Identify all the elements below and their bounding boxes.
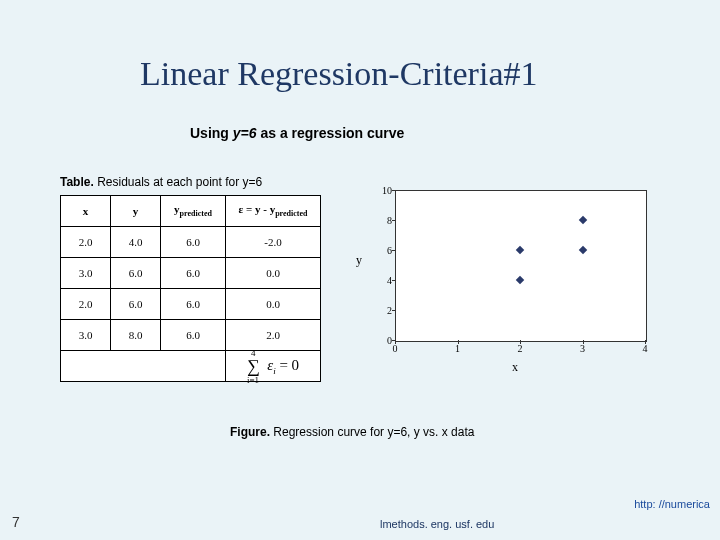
cell-ypred: 6.0 — [161, 289, 226, 320]
col-ypred: ypredicted — [161, 196, 226, 227]
cell-x: 2.0 — [61, 289, 111, 320]
cell-resid: 0.0 — [226, 289, 321, 320]
x-tick-label: 3 — [573, 343, 593, 354]
x-tick-mark — [645, 340, 646, 344]
y-tick-label: 2 — [370, 305, 392, 316]
table-caption: Table. Residuals at each point for y=6 — [60, 175, 262, 189]
slide: Linear Regression-Criteria#1 Using y=6 a… — [0, 0, 720, 540]
cell-resid: 2.0 — [226, 320, 321, 351]
x-tick-mark — [458, 340, 459, 344]
x-tick-label: 1 — [448, 343, 468, 354]
table-caption-text: Residuals at each point for y=6 — [94, 175, 262, 189]
figure-caption-text: Regression curve for y=6, y vs. x data — [270, 425, 474, 439]
cell-y: 4.0 — [111, 227, 161, 258]
y-tick-mark — [392, 310, 396, 311]
residuals-table: x y ypredicted ε = y - ypredicted 2.0 4.… — [60, 195, 321, 382]
cell-x: 3.0 — [61, 320, 111, 351]
cell-resid: -2.0 — [226, 227, 321, 258]
figure-caption: Figure. Regression curve for y=6, y vs. … — [230, 425, 474, 439]
y-tick-label: 6 — [370, 245, 392, 256]
cell-resid: 0.0 — [226, 258, 321, 289]
table-sum-row: 4 ∑ i=1 εi = 0 — [61, 351, 321, 382]
x-tick-label: 0 — [385, 343, 405, 354]
sigma-icon: ∑ — [247, 356, 260, 376]
col-ypred-sub: predicted — [180, 210, 212, 219]
footer-center-url: lmethods. eng. usf. edu — [380, 518, 494, 530]
cell-ypred: 6.0 — [161, 227, 226, 258]
footer-right-link[interactable]: http: //numerica — [634, 498, 710, 510]
cell-y: 6.0 — [111, 258, 161, 289]
sum-empty — [61, 351, 226, 382]
plot-area — [395, 190, 647, 342]
y-tick-label: 8 — [370, 215, 392, 226]
subtitle-equation: y=6 — [233, 125, 257, 141]
sum-lower: i=1 — [247, 375, 259, 385]
table-row: 2.0 4.0 6.0 -2.0 — [61, 227, 321, 258]
x-axis-label: x — [512, 360, 518, 375]
subtitle-suffix: as a regression curve — [257, 125, 405, 141]
x-tick-mark — [395, 340, 396, 344]
slide-title: Linear Regression-Criteria#1 — [140, 55, 537, 93]
subtitle-prefix: Using — [190, 125, 233, 141]
sum-upper: 4 — [251, 348, 256, 358]
cell-x: 2.0 — [61, 227, 111, 258]
page-number: 7 — [12, 514, 20, 530]
table-row: 3.0 8.0 6.0 2.0 — [61, 320, 321, 351]
y-tick-mark — [392, 250, 396, 251]
x-tick-label: 4 — [635, 343, 655, 354]
cell-ypred: 6.0 — [161, 258, 226, 289]
y-tick-label: 4 — [370, 275, 392, 286]
table-caption-lead: Table. — [60, 175, 94, 189]
col-resid-sub: predicted — [275, 210, 307, 219]
col-residual: ε = y - ypredicted — [226, 196, 321, 227]
sum-expression: 4 ∑ i=1 εi = 0 — [247, 357, 299, 373]
x-tick-mark — [583, 340, 584, 344]
col-resid-base: ε = y - y — [239, 203, 276, 215]
x-tick-mark — [520, 340, 521, 344]
y-tick-mark — [392, 190, 396, 191]
x-tick-label: 2 — [510, 343, 530, 354]
y-tick-mark — [392, 220, 396, 221]
slide-subtitle: Using y=6 as a regression curve — [190, 125, 404, 141]
scatter-chart: y x 024681001234 — [350, 180, 670, 390]
table-header-row: x y ypredicted ε = y - ypredicted — [61, 196, 321, 227]
y-tick-mark — [392, 280, 396, 281]
cell-ypred: 6.0 — [161, 320, 226, 351]
table-row: 3.0 6.0 6.0 0.0 — [61, 258, 321, 289]
y-axis-label: y — [356, 253, 362, 268]
figure-caption-lead: Figure. — [230, 425, 270, 439]
y-tick-label: 10 — [370, 185, 392, 196]
sum-cell: 4 ∑ i=1 εi = 0 — [226, 351, 321, 382]
col-x: x — [61, 196, 111, 227]
cell-y: 8.0 — [111, 320, 161, 351]
cell-x: 3.0 — [61, 258, 111, 289]
cell-y: 6.0 — [111, 289, 161, 320]
table-row: 2.0 6.0 6.0 0.0 — [61, 289, 321, 320]
col-y: y — [111, 196, 161, 227]
